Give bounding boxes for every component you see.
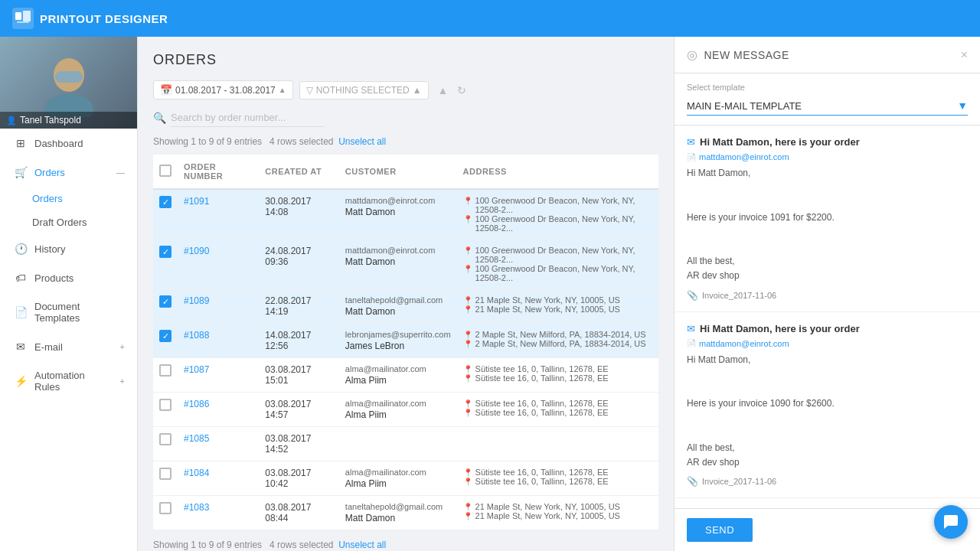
row-checkbox-cell[interactable]: ✓ (153, 324, 178, 358)
location-icon-2: 📍 (463, 265, 472, 273)
sidebar-item-document-templates-label: Document Templates (34, 301, 125, 324)
address-line-2: 📍21 Maple St, New York, NY, 10005, US (463, 511, 652, 520)
message-subject: Hi Matt Damon, here is your order (700, 323, 860, 334)
address-cell: 📍Sütiste tee 16, 0, Tallinn, 12678, EE 📍… (457, 461, 658, 496)
table-row[interactable]: ✓ #1091 30.08.2017 14:08 mattdamon@einro… (153, 189, 658, 240)
row-checkbox[interactable] (159, 502, 172, 514)
order-number-value: #1085 (184, 433, 209, 444)
search-input[interactable] (171, 109, 324, 127)
address-line-1-text: 100 Greenwood Dr Beacon, New York, NY, 1… (475, 196, 652, 214)
row-checkbox[interactable]: ✓ (159, 295, 172, 308)
sidebar-username: 👤 Tanel Tahspold (0, 112, 137, 129)
message-icon: ✉ (687, 323, 695, 334)
table-row[interactable]: ✓ #1089 22.08.2017 14:19 taneltahepold@g… (153, 289, 658, 324)
select-all-header[interactable] (153, 155, 178, 189)
address-line-2: 📍2 Maple St, New Milford, PA, 18834-2014… (463, 339, 652, 348)
address-cell: 📍Sütiste tee 16, 0, Tallinn, 12678, EE 📍… (457, 358, 658, 393)
filter-apply-button[interactable]: ▲ (435, 83, 452, 98)
status-filter[interactable]: ▽ NOTHING SELECTED ▲ (299, 81, 429, 99)
calendar-icon: 📅 (160, 84, 172, 96)
table-row[interactable]: ✓ #1088 14.08.2017 12:56 lebronjames@sup… (153, 324, 658, 358)
topbar: PRINTOUT DESIGNER (0, 0, 980, 37)
table-row[interactable]: #1087 03.08.2017 15:01 alma@mailinator.c… (153, 358, 658, 393)
attachment-filename: Invoice_2017-11-06 (702, 291, 776, 300)
row-checkbox-cell[interactable] (153, 358, 178, 393)
app-logo: PRINTOUT DESIGNER (12, 8, 168, 29)
template-select-arrow-icon: ▼ (957, 99, 968, 112)
order-number-cell: #1085 (178, 427, 259, 461)
sidebar-item-document-templates[interactable]: 📄 Document Templates (0, 292, 137, 332)
orders-panel: ORDERS 📅 01.08.2017 - 31.08.2017 ▲ ▽ NOT… (138, 37, 674, 551)
filter-bar: 📅 01.08.2017 - 31.08.2017 ▲ ▽ NOTHING SE… (153, 80, 658, 99)
row-checkbox[interactable]: ✓ (159, 246, 172, 258)
address-cell: 📍21 Maple St, New York, NY, 10005, US 📍2… (457, 496, 658, 530)
address-line-2: 📍100 Greenwood Dr Beacon, New York, NY, … (463, 264, 652, 282)
row-checkbox-cell[interactable]: ✓ (153, 289, 178, 324)
row-checkbox-cell[interactable] (153, 496, 178, 530)
row-checkbox-cell[interactable]: ✓ (153, 240, 178, 289)
row-checkbox[interactable] (159, 399, 172, 411)
email-add-icon[interactable]: + (120, 342, 125, 351)
row-checkbox-cell[interactable] (153, 461, 178, 496)
sidebar-item-draft-orders-label: Draft Orders (32, 217, 87, 228)
sidebar-item-products[interactable]: 🏷 Products (0, 263, 137, 292)
message-attachment: 📎 Invoice_2017-11-06 (687, 476, 968, 487)
message-item: ✉ Hi Matt Damon, here is your order 📄 ma… (675, 126, 980, 312)
sidebar-item-orders-sub[interactable]: Orders (32, 187, 137, 210)
table-row[interactable]: #1083 03.08.2017 08:44 taneltahepold@gma… (153, 496, 658, 530)
template-select-dropdown[interactable]: MAIN E-MAIL TEMPLATE ▼ (687, 96, 968, 116)
date-range-value: 01.08.2017 - 31.08.2017 (175, 85, 276, 96)
created-at-cell: 03.08.2017 14:57 (259, 393, 339, 427)
sidebar-item-draft-orders[interactable]: Draft Orders (32, 210, 137, 234)
chat-bubble-button[interactable] (934, 505, 968, 539)
created-at-cell: 03.08.2017 08:44 (259, 496, 339, 530)
sidebar-item-email[interactable]: ✉ E-mail + (0, 332, 137, 361)
customer-cell: alma@mailinator.com Alma Piim (339, 358, 457, 393)
order-number-value: #1091 (184, 196, 209, 207)
table-row[interactable]: ✓ #1090 24.08.2017 09:36 mattdamon@einro… (153, 240, 658, 289)
template-label: Select template (687, 83, 968, 92)
message-item: ✉ Hi Matt Damon, here is your order 📄 ta… (675, 498, 980, 508)
panel-close-button[interactable]: × (961, 49, 968, 61)
table-row[interactable]: #1086 03.08.2017 14:57 alma@mailinator.c… (153, 393, 658, 427)
row-checkbox-cell[interactable]: ✓ (153, 189, 178, 240)
address-line-2: 📍21 Maple St, New York, NY, 10005, US (463, 305, 652, 314)
sidebar-item-history[interactable]: 🕐 History (0, 234, 137, 263)
sidebar-item-orders[interactable]: 🛒 Orders — (0, 158, 137, 187)
sidebar-item-automation-rules[interactable]: ⚡ Automation Rules + (0, 361, 137, 401)
table-row[interactable]: #1084 03.08.2017 10:42 alma@mailinator.c… (153, 461, 658, 496)
col-order-number: ORDER NUMBER (178, 155, 259, 189)
svg-rect-3 (17, 21, 29, 23)
row-checkbox-cell[interactable] (153, 393, 178, 427)
sidebar: 👤 Tanel Tahspold ⊞ Dashboard 🛒 Orders — … (0, 37, 138, 551)
sidebar-item-dashboard[interactable]: ⊞ Dashboard (0, 129, 137, 158)
to-icon: 📄 (687, 153, 696, 161)
table-row[interactable]: #1085 03.08.2017 14:52 (153, 427, 658, 461)
order-number-value: #1088 (184, 330, 209, 341)
row-checkbox[interactable] (159, 433, 172, 445)
row-checkbox[interactable] (159, 364, 172, 377)
automation-add-icon[interactable]: + (120, 377, 125, 386)
row-checkbox-cell[interactable] (153, 427, 178, 461)
address-line-1-text: 2 Maple St, New Milford, PA, 18834-2014,… (475, 330, 646, 339)
panel-footer: SEND (675, 508, 980, 551)
select-all-checkbox[interactable] (159, 165, 172, 177)
row-checkbox[interactable]: ✓ (159, 330, 172, 342)
sidebar-user-avatar: 👤 Tanel Tahspold (0, 37, 137, 129)
address-line-1-text: Sütiste tee 16, 0, Tallinn, 12678, EE (475, 364, 609, 373)
unselect-all-link-bottom[interactable]: Unselect all (338, 540, 386, 550)
orders-icon: 🛒 (15, 166, 27, 178)
date-range-filter[interactable]: 📅 01.08.2017 - 31.08.2017 ▲ (153, 80, 293, 99)
row-checkbox[interactable] (159, 468, 172, 480)
logo-icon (12, 8, 34, 29)
created-at-cell: 14.08.2017 12:56 (259, 324, 339, 358)
customer-name: Matt Damon (345, 306, 451, 317)
unselect-all-link-top[interactable]: Unselect all (338, 136, 386, 147)
send-button[interactable]: SEND (687, 518, 753, 542)
sidebar-item-history-label: History (34, 243, 125, 255)
filter-refresh-button[interactable]: ↻ (454, 83, 469, 98)
address-line-1: 📍100 Greenwood Dr Beacon, New York, NY, … (463, 196, 652, 214)
message-to-email: mattdamon@einrot.com (699, 339, 789, 348)
row-checkbox[interactable]: ✓ (159, 196, 172, 208)
new-message-panel: ◎ NEW MESSAGE × Select template MAIN E-M… (674, 37, 980, 551)
